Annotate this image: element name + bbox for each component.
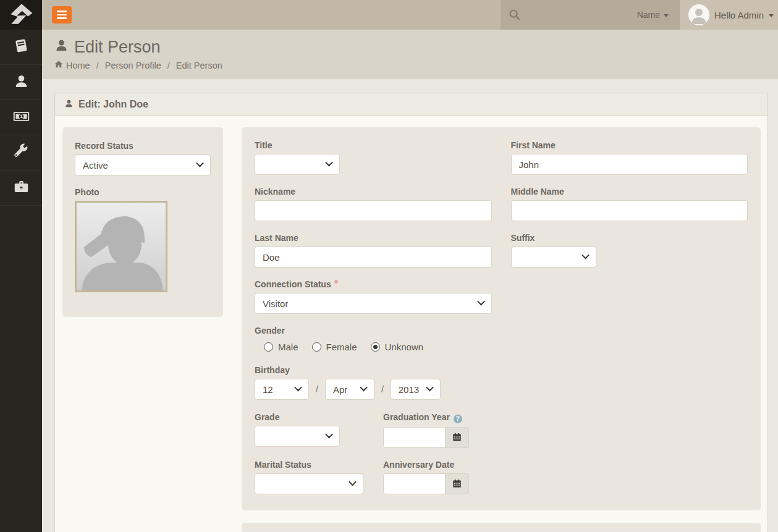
- breadcrumb-person-profile-link[interactable]: Person Profile: [105, 61, 161, 70]
- required-indicator: [334, 280, 338, 284]
- calendar-icon: [452, 479, 462, 488]
- first-name-label: First Name: [511, 140, 748, 150]
- first-name-input[interactable]: [511, 154, 748, 175]
- panel-title: Edit: John Doe: [78, 99, 148, 110]
- gender-label: Gender: [255, 326, 748, 336]
- home-icon: [54, 60, 63, 70]
- chevron-down-icon: [325, 431, 333, 439]
- search-zone[interactable]: Name: [501, 0, 680, 30]
- birthday-month-select[interactable]: Apr: [325, 379, 374, 400]
- breadcrumb-current: Edit Person: [176, 61, 222, 70]
- last-name-label: Last Name: [255, 233, 492, 243]
- nickname-label: Nickname: [255, 187, 492, 196]
- graduation-year-label: Graduation Year?: [383, 412, 469, 423]
- graduation-year-input[interactable]: [383, 427, 446, 448]
- sidebar-item-intranet[interactable]: [0, 30, 42, 65]
- page-header: Edit Person Home / Person Profile / Edit…: [42, 30, 778, 79]
- anniversary-date-group: [383, 473, 469, 494]
- chevron-down-icon: [360, 384, 368, 392]
- title-select[interactable]: [255, 154, 340, 175]
- topbar: Name Hello Admin: [0, 0, 778, 30]
- gender-radio-group: Male Female Unknown: [255, 342, 748, 352]
- person-form-card: Title First Name Nickname: [242, 127, 761, 510]
- calendar-icon: [452, 433, 462, 442]
- avatar: [688, 4, 709, 25]
- svg-text:1: 1: [19, 114, 22, 119]
- birthday-year-select[interactable]: 2013: [391, 379, 441, 400]
- person-icon: [13, 73, 30, 92]
- radio-checked-icon: [371, 342, 380, 352]
- rock-logo-icon: [8, 2, 34, 28]
- chevron-down-icon: [196, 159, 204, 167]
- hamburger-icon: [57, 11, 67, 12]
- breadcrumb-home-link[interactable]: Home: [54, 60, 90, 70]
- person-placeholder-image: [77, 203, 166, 290]
- next-section-card: [242, 523, 761, 532]
- briefcase-icon: [13, 179, 30, 198]
- grade-label: Grade: [255, 412, 383, 422]
- nickname-input[interactable]: [255, 200, 492, 221]
- graduation-year-group: [383, 427, 469, 448]
- app-logo[interactable]: [0, 0, 42, 30]
- middle-name-input[interactable]: [511, 200, 748, 221]
- anniversary-date-label: Anniversary Date: [383, 460, 469, 470]
- birthday-picker: 12 / Apr / 2013: [255, 379, 748, 400]
- money-icon: 1: [12, 108, 30, 128]
- question-circle-icon[interactable]: ?: [454, 415, 462, 423]
- connection-status-label: Connection Status: [255, 279, 492, 289]
- grade-select[interactable]: [255, 426, 340, 447]
- book-icon: [13, 38, 30, 57]
- sidebar-item-tools[interactable]: [0, 135, 42, 171]
- marital-status-select[interactable]: [255, 473, 363, 494]
- person-icon: [54, 38, 69, 57]
- birthday-day-select[interactable]: 12: [255, 379, 309, 400]
- middle-name-label: Middle Name: [511, 187, 748, 196]
- sidebar-item-admin[interactable]: [0, 171, 42, 206]
- radio-icon: [312, 342, 321, 352]
- sidebar-item-people[interactable]: [0, 65, 42, 100]
- radio-icon: [264, 342, 273, 352]
- page-title: Edit Person: [54, 38, 778, 57]
- edit-person-panel: Edit: John Doe Record Status Active Phot…: [54, 93, 768, 532]
- photo-label: Photo: [75, 187, 211, 197]
- gender-unknown-option[interactable]: Unknown: [371, 342, 424, 352]
- birthday-label: Birthday: [255, 365, 748, 375]
- chevron-down-icon: [426, 384, 434, 392]
- calendar-addon-button[interactable]: [446, 473, 469, 494]
- gender-male-option[interactable]: Male: [264, 342, 298, 352]
- calendar-addon-button[interactable]: [446, 427, 469, 448]
- chevron-down-icon: [477, 298, 485, 306]
- suffix-label: Suffix: [511, 233, 748, 243]
- chevron-down-icon: [349, 478, 357, 486]
- search-icon: [508, 8, 521, 23]
- person-icon: [64, 99, 74, 111]
- record-status-label: Record Status: [75, 141, 211, 151]
- status-photo-card: Record Status Active Photo: [62, 127, 223, 317]
- suffix-select[interactable]: [511, 247, 596, 268]
- search-type-label: Name: [637, 10, 660, 20]
- sidebar-nav: 1: [0, 30, 42, 532]
- connection-status-select[interactable]: Visitor: [255, 293, 492, 314]
- sidebar-item-finance[interactable]: 1: [0, 100, 42, 135]
- search-type-dropdown[interactable]: Name: [637, 0, 669, 30]
- menu-toggle-button[interactable]: [52, 6, 72, 23]
- anniversary-date-input[interactable]: [383, 473, 446, 494]
- last-name-input[interactable]: [255, 247, 492, 268]
- panel-heading: Edit: John Doe: [55, 93, 767, 116]
- photo-upload[interactable]: [75, 201, 167, 292]
- chevron-down-icon: [294, 384, 302, 392]
- record-status-select[interactable]: Active: [75, 154, 211, 175]
- title-label: Title: [255, 140, 492, 150]
- breadcrumb: Home / Person Profile / Edit Person: [54, 60, 778, 70]
- chevron-down-icon: [325, 159, 333, 167]
- chevron-down-icon: [664, 14, 669, 17]
- marital-status-label: Marital Status: [255, 460, 383, 470]
- account-menu[interactable]: Hello Admin: [680, 0, 778, 30]
- chevron-down-icon: [581, 251, 590, 260]
- wrench-icon: [13, 143, 29, 162]
- greeting-label: Hello Admin: [714, 10, 764, 20]
- gender-female-option[interactable]: Female: [312, 342, 357, 352]
- chevron-down-icon: [769, 14, 774, 17]
